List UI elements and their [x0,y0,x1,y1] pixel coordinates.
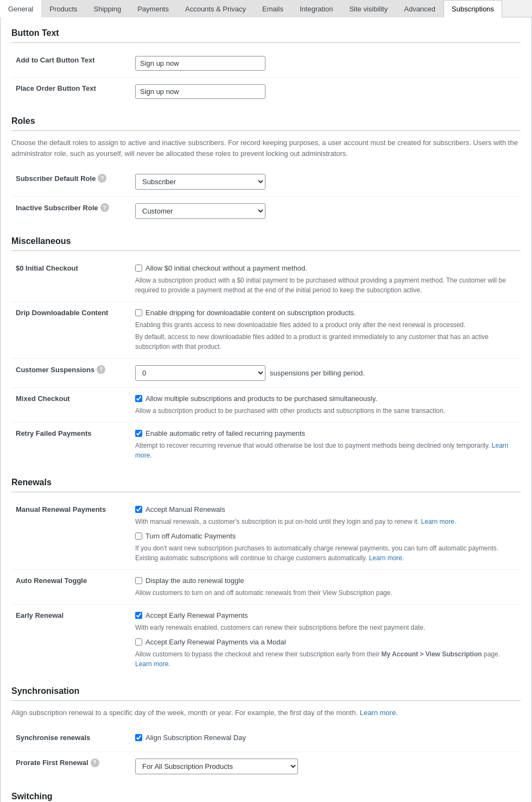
sync-learn-more-link[interactable]: Learn more. [360,709,398,717]
initial-checkout-checkbox[interactable] [135,265,142,272]
sync-section-title: Synchronisation [11,686,521,701]
manual-check2-label[interactable]: Turn off Automatic Payments [145,532,236,540]
roles-desc: Choose the default roles to assign to ac… [11,137,521,159]
tab-site-visibility[interactable]: Site visibility [341,0,396,17]
misc-section-title: Miscellaneous [11,236,521,251]
retry-row: Retry Failed Payments Enable automatic r… [11,423,521,467]
manual-renewal-row: Manual Renewal Payments Accept Manual Re… [11,499,521,570]
auto-toggle-desc: Allow customers to turn on and off autom… [135,588,516,598]
initial-checkout-desc: Allow a subscription product with a $0 i… [135,275,516,295]
mixed-label: Mixed Checkout [11,388,131,423]
early-desc1: With early renewals enabled, customers c… [135,623,516,632]
retry-label: Retry Failed Payments [11,423,131,467]
prorate-first-renewal-row: Prorate First Renewal ? For All Subscrip… [11,751,521,781]
auto-renewal-toggle-row: Auto Renewal Toggle Display the auto ren… [11,570,521,605]
renewals-section-title: Renewals [11,478,521,492]
sync-renewals-label: Synchronise renewals [11,727,131,752]
place-order-label: Place Order Button Text [11,78,131,106]
inactive-subscriber-help-icon[interactable]: ? [100,203,109,212]
tabs-nav: General Products Shipping Payments Accou… [0,0,532,17]
mixed-checkout-checkbox[interactable] [135,395,142,402]
tab-emails[interactable]: Emails [254,0,292,17]
drip-checkbox[interactable] [135,309,142,316]
place-order-row: Place Order Button Text [11,78,521,106]
tab-accounts-privacy[interactable]: Accounts & Privacy [177,0,254,17]
auto-toggle-check-label[interactable]: Display the auto renewal toggle [145,577,244,585]
prorate-first-renewal-select[interactable]: For All Subscription Products For Virtua… [135,759,298,774]
mixed-checkout-row: Mixed Checkout Allow multiple subscripti… [11,388,521,423]
subscriber-default-label: Subscriber Default Role [16,174,96,183]
manual-desc2: If you don't want new subscription purch… [135,543,516,563]
tab-payments[interactable]: Payments [129,0,177,17]
add-to-cart-row: Add to Cart Button Text [11,49,521,78]
tab-integration[interactable]: Integration [292,0,341,17]
sync-renewals-check-label[interactable]: Align Subscription Renewal Day [145,734,246,742]
prorate-first-renewal-label: Prorate First Renewal [16,759,88,767]
drip-row: Drip Downloadable Content Enable drippin… [11,302,521,359]
button-text-section-title: Button Text [11,28,521,43]
early-check2-label[interactable]: Accept Early Renewal Payments via a Moda… [145,638,286,646]
suspensions-row: Customer Suspensions ? 0 1 2 3 suspensio… [11,359,521,388]
add-to-cart-label: Add to Cart Button Text [11,49,131,78]
manual-renewals-checkbox[interactable] [135,506,142,513]
suspensions-suffix: suspensions per billing period. [270,369,365,377]
sync-renewals-row: Synchronise renewals Align Subscription … [11,727,521,752]
misc-table: $0 Initial Checkout Allow $0 initial che… [11,258,521,467]
early-check1-label[interactable]: Accept Early Renewal Payments [145,611,248,619]
early-renewal-checkbox[interactable] [135,612,142,619]
manual-renewal-label: Manual Renewal Payments [11,499,131,570]
drip-desc1: Enabling this grants access to new downl… [135,320,516,330]
manual-learn-more1-link[interactable]: Learn more. [421,518,457,525]
sync-desc: Align subscription renewal to a specific… [11,707,521,718]
drip-check-label[interactable]: Enable dripping for downloadable content… [145,309,356,317]
early-learn-more-link[interactable]: Learn more. [135,660,170,668]
initial-checkout-check-label[interactable]: Allow $0 initial checkout without a paym… [145,264,307,272]
roles-section-title: Roles [11,116,521,131]
mixed-check-label[interactable]: Allow multiple subscriptions and product… [145,394,377,403]
manual-desc1: With manual renewals, a customer's subsc… [135,517,516,527]
tab-products[interactable]: Products [41,0,85,17]
drip-desc2: By default, access to new downloadable f… [135,332,516,352]
add-to-cart-input[interactable] [135,56,265,71]
suspensions-select[interactable]: 0 1 2 3 [135,365,265,381]
tab-subscriptions[interactable]: Subscriptions [444,0,502,17]
early-renewal-row: Early Renewal Accept Early Renewal Payme… [11,605,521,676]
inactive-subscriber-select[interactable]: Customer Subscriber Editor Author [135,203,265,219]
mixed-desc: Allow a subscription product to be purch… [135,406,516,416]
suspensions-label: Customer Suspensions [16,366,94,374]
inactive-subscriber-row: Inactive Subscriber Role ? Customer Subs… [11,197,521,226]
early-desc2: Allow customers to bypass the checkout a… [135,649,516,669]
early-renewal-label: Early Renewal [11,605,131,676]
subscriber-default-row: Subscriber Default Role ? Subscriber Cus… [11,167,521,197]
manual-learn-more2-link[interactable]: Learn more. [369,554,404,562]
auto-renewal-toggle-checkbox[interactable] [135,577,142,584]
manual-check1-label[interactable]: Accept Manual Renewals [145,505,225,513]
early-renewal-modal-checkbox[interactable] [135,638,142,646]
suspensions-help-icon[interactable]: ? [97,365,105,374]
sync-table: Synchronise renewals Align Subscription … [11,727,521,781]
sync-renewals-checkbox[interactable] [135,734,142,741]
subscriber-default-select[interactable]: Subscriber Customer Editor Author [135,174,265,190]
retry-checkbox[interactable] [135,430,142,437]
turn-off-auto-checkbox[interactable] [135,532,142,540]
subscriber-default-help-icon[interactable]: ? [98,174,106,183]
retry-check-label[interactable]: Enable automatic retry of failed recurri… [145,429,305,437]
tab-general[interactable]: General [0,0,41,17]
renewals-table: Manual Renewal Payments Accept Manual Re… [11,499,521,675]
inactive-subscriber-label: Inactive Subscriber Role [16,204,98,212]
initial-checkout-label: $0 Initial Checkout [11,258,131,302]
initial-checkout-row: $0 Initial Checkout Allow $0 initial che… [11,258,521,302]
prorate-first-renewal-help-icon[interactable]: ? [91,759,99,767]
retry-desc: Attempt to recover recurring revenue tha… [135,441,516,460]
auto-renewal-toggle-label: Auto Renewal Toggle [11,570,131,605]
roles-table: Subscriber Default Role ? Subscriber Cus… [11,167,521,225]
settings-content: Button Text Add to Cart Button Text Plac… [0,17,532,802]
drip-label: Drip Downloadable Content [11,302,131,359]
button-text-table: Add to Cart Button Text Place Order Butt… [11,49,521,105]
tab-shipping[interactable]: Shipping [86,0,130,17]
place-order-input[interactable] [135,84,265,99]
switching-section-title: Switching [11,792,521,803]
tab-advanced[interactable]: Advanced [396,0,444,17]
